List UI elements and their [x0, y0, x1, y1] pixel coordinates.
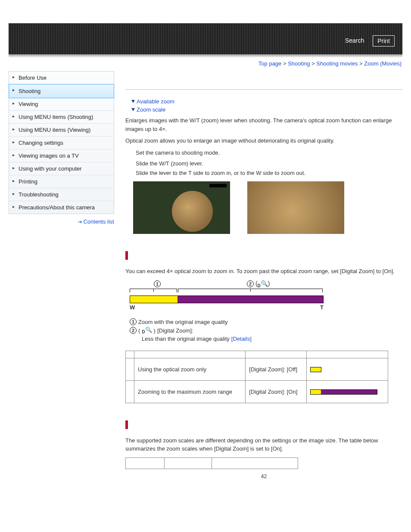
triangle-down-icon [131, 108, 135, 111]
zoom-bar [130, 296, 324, 303]
digital-zoom-icon: D🔍 [142, 327, 152, 334]
triangle-down-icon [131, 100, 135, 103]
zoom-diagram: 1 2 (D🔍) W T [130, 280, 402, 311]
zoom-scales-table [125, 457, 298, 469]
section-marker-icon [125, 420, 128, 429]
breadcrumb: Top page > Shooting > Shooting movies > … [0, 60, 402, 67]
w-label: W [130, 304, 135, 311]
circled-two-icon: 2 [130, 327, 137, 334]
sample-image-tele [247, 181, 344, 234]
brace-digital-icon [178, 289, 323, 293]
minibar-max-zoom [310, 389, 377, 395]
sidebar-item-precautions[interactable]: Precautions/About this camera [9, 201, 114, 214]
zoom-table-desc: Using the optical zoom only [134, 358, 246, 380]
zoom-bar-digital [177, 296, 323, 303]
sidebar-nav: Before Use Shooting Viewing Using MENU i… [9, 71, 114, 214]
header-band: Search Print [9, 23, 402, 54]
sample-image-wide [133, 181, 230, 234]
sidebar-item-menu-viewing[interactable]: Using MENU items (Viewing) [9, 124, 114, 137]
breadcrumb-separator: > [359, 60, 363, 67]
sidebar-item-computer[interactable]: Using with your computer [9, 162, 114, 175]
sidebar-item-shooting[interactable]: Shooting [9, 84, 114, 98]
anchor-zoom-scale-label[interactable]: Zoom scale [137, 106, 165, 113]
divider [125, 89, 402, 90]
hud-icon [209, 184, 227, 187]
intro-paragraph-1: Enlarges images with the W/T (zoom) leve… [125, 116, 402, 133]
circled-one-icon: 1 [154, 280, 161, 287]
page-number: 42 [125, 473, 402, 479]
step-2-sub: Slide the lever to the T side to zoom in… [136, 169, 402, 177]
details-link[interactable]: [Details] [231, 336, 252, 342]
sidebar-item-viewing[interactable]: Viewing [9, 98, 114, 111]
zoom-scale-paragraph: The supported zoom scales are different … [125, 436, 402, 453]
brace-optical-icon [130, 289, 177, 293]
sidebar-item-menu-shooting[interactable]: Using MENU items (Shooting) [9, 111, 114, 124]
sample-images [133, 181, 402, 234]
zoom-table-setting: [Digital Zoom]: [On] [246, 380, 306, 403]
sidebar-item-changing-settings[interactable]: Changing settings [9, 137, 114, 149]
search-button[interactable]: Search [341, 35, 368, 47]
zoom-table-desc: Zooming to the maximum zoom range [134, 380, 246, 403]
t-label: T [320, 304, 324, 311]
circled-two-icon: 2 [247, 280, 254, 287]
breadcrumb-shooting-movies[interactable]: Shooting movies [316, 60, 358, 67]
section-marker-icon [125, 251, 128, 260]
digital-zoom-icon: D🔍 [258, 280, 268, 287]
print-button[interactable]: Print [373, 35, 395, 47]
anchor-zoom-scale[interactable]: Zoom scale [131, 106, 402, 113]
breadcrumb-separator: > [311, 60, 315, 67]
intro-paragraph-2: Optical zoom allows you to enlarge an im… [125, 137, 402, 145]
sidebar: Before Use Shooting Viewing Using MENU i… [9, 71, 114, 479]
step-2: Slide the W/T (zoom) lever. [136, 159, 402, 168]
circled-one-icon: 1 [130, 318, 137, 325]
anchor-available-zoom-label[interactable]: Available zoom [137, 98, 174, 105]
anchor-available-zoom[interactable]: Available zoom [131, 98, 402, 105]
zoom-table-setting: [Digital Zoom]: [Off] [246, 358, 306, 380]
zoom-wt-labels: W T [130, 304, 324, 311]
arrow-right-icon: ➔ [78, 219, 82, 225]
zoom-table: Using the optical zoom only [Digital Zoo… [125, 351, 388, 403]
sidebar-item-printing[interactable]: Printing [9, 175, 114, 188]
breadcrumb-separator: > [283, 60, 286, 67]
zoom-bar-optical [130, 296, 177, 303]
contents-list-link[interactable]: ➔Contents list [9, 218, 114, 225]
sidebar-item-viewing-tv[interactable]: Viewing images on a TV [9, 149, 114, 162]
legend-2-prefix: [Digital Zoom]: [157, 327, 193, 334]
breadcrumb-zoom-movies[interactable]: Zoom (Movies) [364, 60, 402, 67]
hud-icon [324, 184, 341, 187]
available-paragraph: You can exceed 4× optical zoom to zoom i… [125, 267, 402, 276]
minibar-optical-only [310, 367, 321, 372]
main-content: Available zoom Zoom scale Enlarges image… [125, 69, 402, 479]
table-row: Zooming to the maximum zoom range [Digit… [126, 380, 388, 403]
contents-list-label[interactable]: Contents list [83, 218, 114, 225]
steps: Set the camera to shooting mode. Slide t… [136, 149, 402, 177]
zoom-legend: 1 Zoom with the original image quality 2… [130, 318, 402, 342]
sidebar-item-before-use[interactable]: Before Use [9, 72, 114, 84]
table-row: Using the optical zoom only [Digital Zoo… [126, 358, 388, 380]
legend-1-text: Zoom with the original image quality [138, 319, 227, 325]
legend-2-text: Less than the original image quality [142, 336, 230, 342]
breadcrumb-shooting[interactable]: Shooting [288, 60, 310, 67]
sidebar-item-troubleshooting[interactable]: Troubleshooting [9, 188, 114, 201]
breadcrumb-top[interactable]: Top page [258, 60, 282, 67]
step-1: Set the camera to shooting mode. [136, 149, 402, 157]
